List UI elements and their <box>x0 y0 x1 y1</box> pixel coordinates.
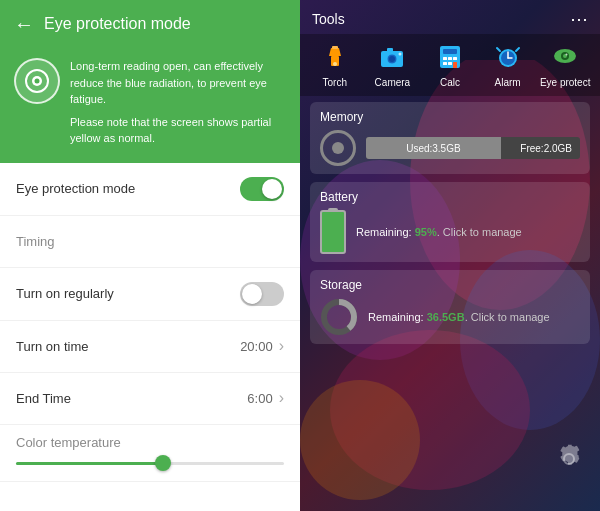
memory-bar[interactable]: Used:3.5GB Free:2.0GB <box>366 137 580 159</box>
calc-label: Calc <box>440 77 460 88</box>
eye-icon <box>24 68 50 94</box>
svg-rect-22 <box>443 62 447 65</box>
right-panel: Tools ⋯ Torch <box>300 0 600 511</box>
battery-title: Battery <box>320 190 580 204</box>
page-title: Eye protection mode <box>44 15 191 33</box>
info-text-1: Long-term reading open, can effectively … <box>70 58 286 108</box>
storage-text: Remaining: 36.5GB. Click to manage <box>368 311 580 323</box>
end-time-value: 6:00 › <box>247 389 284 407</box>
end-time-row[interactable]: End Time 6:00 › <box>0 373 300 425</box>
memory-title: Memory <box>320 110 580 124</box>
eye-protection-toggle[interactable] <box>240 177 284 201</box>
camera-icon <box>374 38 410 74</box>
tools-header: Tools ⋯ <box>300 0 600 34</box>
turn-on-regularly-toggle[interactable] <box>240 282 284 306</box>
more-options-button[interactable]: ⋯ <box>570 8 588 30</box>
svg-rect-20 <box>448 57 452 60</box>
svg-marker-9 <box>329 48 341 56</box>
timing-label: Timing <box>16 234 55 249</box>
chevron-right-icon-2: › <box>279 389 284 407</box>
tool-camera[interactable]: Camera <box>366 38 418 88</box>
svg-point-11 <box>333 62 337 66</box>
alarm-icon <box>490 38 526 74</box>
color-temp-slider[interactable] <box>16 462 284 465</box>
svg-rect-18 <box>443 49 457 54</box>
memory-free-label: Free:2.0GB <box>501 137 580 159</box>
camera-label: Camera <box>375 77 411 88</box>
battery-icon <box>320 210 346 254</box>
storage-content: Remaining: 36.5GB. Click to manage <box>320 298 580 336</box>
alarm-label: Alarm <box>495 77 521 88</box>
svg-rect-19 <box>443 57 447 60</box>
torch-icon <box>317 38 353 74</box>
torch-label: Torch <box>323 77 347 88</box>
svg-point-2 <box>35 79 40 84</box>
tool-eye-protect[interactable]: Eye protect <box>539 38 591 88</box>
battery-text: Remaining: 95%. Click to manage <box>356 226 580 238</box>
timing-row: Timing <box>0 216 300 268</box>
battery-card[interactable]: Battery Remaining: 95%. Click to manage <box>310 182 590 262</box>
tool-calc[interactable]: Calc <box>424 38 476 88</box>
memory-icon <box>320 130 356 166</box>
right-content: Tools ⋯ Torch <box>300 0 600 511</box>
storage-click: . Click to manage <box>465 311 550 323</box>
battery-content: Remaining: 95%. Click to manage <box>320 210 580 254</box>
svg-rect-21 <box>453 57 457 60</box>
back-button[interactable]: ← <box>14 13 34 36</box>
header-bar: ← Eye protection mode <box>0 0 300 48</box>
settings-cog-icon[interactable] <box>554 444 584 481</box>
settings-list: Eye protection mode Timing Turn on regul… <box>0 163 300 512</box>
memory-card: Memory Used:3.5GB Free:2.0GB <box>310 102 590 174</box>
eye-protection-label: Eye protection mode <box>16 181 135 196</box>
memory-content: Used:3.5GB Free:2.0GB <box>320 130 580 166</box>
turn-on-time-label: Turn on time <box>16 339 89 354</box>
battery-click: . Click to manage <box>437 226 522 238</box>
tools-title: Tools <box>312 11 345 27</box>
calc-icon <box>432 38 468 74</box>
eye-icon-circle <box>14 58 60 104</box>
svg-rect-10 <box>332 46 338 49</box>
svg-rect-24 <box>453 62 457 68</box>
eye-protect-icon <box>547 38 583 74</box>
storage-title: Storage <box>320 278 580 292</box>
color-temp-row: Color temperature <box>0 425 300 482</box>
turn-on-regularly-row: Turn on regularly <box>0 268 300 321</box>
info-text-2: Please note that the screen shows partia… <box>70 114 286 147</box>
turn-on-regularly-label: Turn on regularly <box>16 286 114 301</box>
color-temp-label: Color temperature <box>16 435 284 450</box>
battery-percent: 95% <box>415 226 437 238</box>
eye-protection-row: Eye protection mode <box>0 163 300 216</box>
info-section: Long-term reading open, can effectively … <box>0 48 300 163</box>
turn-on-time-value: 20:00 › <box>240 337 284 355</box>
storage-amount: 36.5GB <box>427 311 465 323</box>
eye-protect-label: Eye protect <box>540 77 591 88</box>
svg-point-16 <box>399 53 402 56</box>
end-time-label: End Time <box>16 391 71 406</box>
left-panel: ← Eye protection mode Long-term reading … <box>0 0 300 511</box>
storage-card[interactable]: Storage Remaining: 36.5GB. Click to mana… <box>310 270 590 344</box>
chevron-right-icon: › <box>279 337 284 355</box>
svg-point-14 <box>389 56 395 62</box>
storage-donut <box>320 298 358 336</box>
tool-torch[interactable]: Torch <box>309 38 361 88</box>
tools-icons-row: Torch Camera <box>300 34 600 96</box>
svg-rect-15 <box>387 48 393 52</box>
svg-rect-23 <box>448 62 452 65</box>
turn-on-time-row[interactable]: Turn on time 20:00 › <box>0 321 300 373</box>
memory-used-label: Used:3.5GB <box>366 137 501 159</box>
tool-alarm[interactable]: Alarm <box>482 38 534 88</box>
svg-point-32 <box>566 54 568 56</box>
